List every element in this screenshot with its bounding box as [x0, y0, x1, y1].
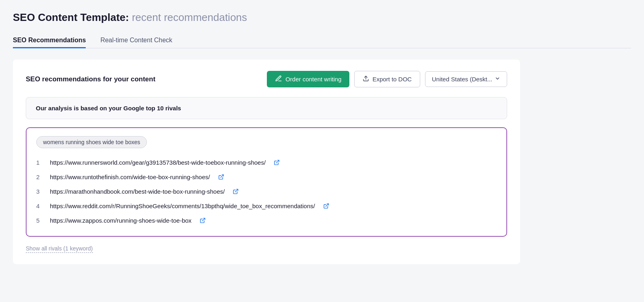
analysis-info-box: Our analysis is based on your Google top…	[26, 97, 507, 119]
keyword-tag: womens running shoes wide toe boxes	[36, 136, 147, 148]
list-item: 1 https://www.runnersworld.com/gear/g391…	[36, 155, 497, 170]
external-link-icon[interactable]	[233, 188, 239, 194]
main-content: SEO recommendations for your content Ord…	[13, 60, 520, 264]
list-item: 3 https://marathonhandbook.com/best-wide…	[36, 184, 497, 199]
edit-icon	[275, 75, 282, 83]
svg-line-2	[221, 175, 223, 178]
external-link-icon[interactable]	[323, 203, 329, 209]
region-selector[interactable]: United States (Deskt...	[425, 71, 507, 87]
svg-line-1	[276, 160, 279, 163]
section-header: SEO recommendations for your content Ord…	[26, 71, 507, 87]
upload-icon	[363, 75, 369, 83]
chevron-down-icon	[495, 76, 500, 83]
svg-line-5	[202, 218, 205, 221]
rivals-box: womens running shoes wide toe boxes 1 ht…	[26, 127, 507, 237]
export-to-doc-button[interactable]: Export to DOC	[354, 71, 420, 87]
list-item: 4 https://www.reddit.com/r/RunningShoeGe…	[36, 199, 497, 213]
svg-line-4	[326, 204, 328, 207]
order-content-writing-button[interactable]: Order content writing	[267, 71, 349, 87]
tab-realtime-content-check[interactable]: Real-time Content Check	[100, 33, 172, 48]
show-all-rivals-link[interactable]: Show all rivals (1 keyword)	[26, 245, 93, 253]
header-actions: Order content writing Export to DOC Unit…	[267, 71, 507, 87]
external-link-icon[interactable]	[218, 174, 224, 180]
rival-list: 1 https://www.runnersworld.com/gear/g391…	[36, 155, 497, 228]
external-link-icon[interactable]	[274, 159, 280, 165]
page-title: SEO Content Template: recent recommendat…	[13, 11, 631, 24]
tabs-nav: SEO Recommendations Real-time Content Ch…	[13, 33, 631, 48]
list-item: 2 https://www.runtothefinish.com/wide-to…	[36, 170, 497, 184]
section-title: SEO recommendations for your content	[26, 75, 155, 83]
tab-seo-recommendations[interactable]: SEO Recommendations	[13, 33, 86, 48]
external-link-icon[interactable]	[200, 217, 206, 223]
list-item: 5 https://www.zappos.com/running-shoes-w…	[36, 213, 497, 228]
svg-line-3	[235, 189, 238, 192]
